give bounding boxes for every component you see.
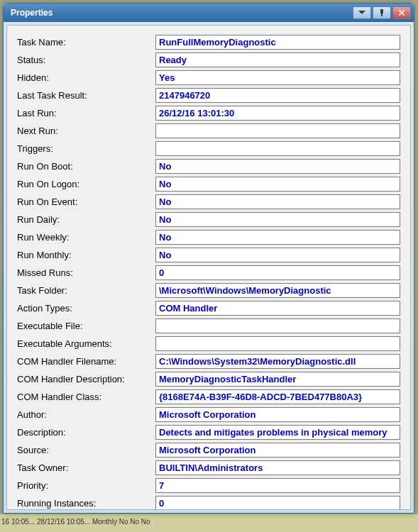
property-label: Author: [17,409,155,420]
property-label: COM Handler Filename: [17,356,155,367]
property-label: Run On Logon: [17,179,155,189]
minimize-button[interactable] [353,6,371,19]
property-value[interactable]: Detects and mitigates problems in physic… [155,425,400,440]
property-row: Priority:7 [17,477,400,493]
property-label: Run On Boot: [17,161,155,172]
property-label: Run Daily: [17,214,155,225]
property-row: COM Handler Filename:C:\Windows\System32… [17,353,400,369]
svg-rect-1 [381,13,383,16]
property-row: Description:Detects and mitigates proble… [17,424,400,440]
property-value[interactable]: {8168E74A-B39F-46D8-ADCD-7BED477B80A3} [155,389,400,404]
property-label: Task Folder: [17,285,155,296]
property-label: Running Instances: [17,498,155,509]
property-label: Priority: [17,480,155,491]
property-label: Run On Event: [17,196,155,207]
titlebar[interactable]: Properties [4,4,414,22]
property-row: Triggers: [17,140,400,156]
property-label: Run Monthly: [17,250,155,260]
property-value[interactable]: 26/12/16 13:01:30 [155,106,400,121]
property-value[interactable]: C:\Windows\System32\MemoryDiagnostic.dll [155,354,400,369]
property-row: Run On Logon:No [17,176,400,192]
property-label: COM Handler Description: [17,374,155,384]
property-label: Triggers: [17,143,155,154]
close-button[interactable] [392,6,411,19]
property-value[interactable] [155,318,400,333]
property-row: Action Types:COM Handler [17,300,400,316]
background-grid: 16 10:05... 28/12/16 10:05... Monthly No… [0,514,418,532]
properties-window: Properties Task Name:RunFullMemoryDiagno… [3,3,414,514]
property-value[interactable]: No [155,230,400,245]
property-row: Status:Ready [17,52,400,67]
property-row: Author:Microsoft Corporation [17,406,400,422]
window-title: Properties [11,8,353,18]
property-row: Task Owner:BUILTIN\Administrators [17,460,400,475]
property-label: Next Run: [17,126,155,136]
property-row: Run On Boot:No [17,158,400,174]
property-label: Hidden: [17,72,155,83]
property-row: Task Name:RunFullMemoryDiagnostic [17,34,400,50]
property-label: Task Name: [17,37,155,48]
property-value[interactable]: MemoryDiagnosticTaskHandler [155,372,400,387]
property-row: Last Task Result:2147946720 [17,87,400,103]
property-value[interactable]: No [155,248,400,262]
property-row: Run On Event:No [17,194,400,209]
property-label: Task Owner: [17,462,155,473]
property-row: COM Handler Class:{8168E74A-B39F-46D8-AD… [17,389,400,404]
property-row: Run Daily:No [17,211,400,227]
property-value[interactable]: BUILTIN\Administrators [155,460,400,475]
property-value[interactable]: COM Handler [155,301,400,316]
property-row: Task Folder:\Microsoft\Windows\MemoryDia… [17,282,400,298]
property-row: Running Instances:0 [17,495,400,510]
property-value[interactable]: No [155,177,400,192]
property-row: Run Weekly:No [17,229,400,245]
pin-button[interactable] [373,6,391,19]
property-value[interactable]: 2147946720 [155,88,400,103]
property-row: Executable Arguments: [17,336,400,351]
property-value[interactable]: 7 [155,478,400,493]
property-value[interactable] [155,123,400,138]
property-value[interactable]: No [155,159,400,174]
property-value[interactable]: Microsoft Corporation [155,407,400,422]
property-row: Source:Microsoft Corporation [17,442,400,458]
property-label: COM Handler Class: [17,392,155,402]
property-row: COM Handler Description:MemoryDiagnostic… [17,371,400,387]
property-value[interactable]: \Microsoft\Windows\MemoryDiagnostic [155,283,400,298]
property-value[interactable]: Microsoft Corporation [155,443,400,458]
property-value[interactable] [155,141,400,156]
property-value[interactable]: No [155,212,400,227]
property-row: Next Run: [17,123,400,138]
property-value[interactable]: RunFullMemoryDiagnostic [155,35,400,50]
titlebar-buttons [353,6,411,19]
property-label: Missed Runs: [17,267,155,278]
property-value[interactable]: No [155,194,400,209]
property-label: Executable File: [17,321,155,331]
property-label: Description: [17,427,155,438]
property-row: Hidden:Yes [17,70,400,85]
property-label: Last Task Result: [17,90,155,101]
content-panel: Task Name:RunFullMemoryDiagnosticStatus:… [6,25,411,510]
property-row: Executable File: [17,318,400,333]
property-label: Last Run: [17,108,155,118]
property-label: Source: [17,445,155,455]
property-label: Status: [17,55,155,65]
property-row: Run Monthly:No [17,247,400,262]
property-row: Missed Runs:0 [17,265,400,280]
property-value[interactable]: 0 [155,265,400,280]
property-label: Action Types: [17,303,155,314]
property-value[interactable]: 0 [155,496,400,511]
property-label: Run Weekly: [17,232,155,243]
property-label: Executable Arguments: [17,338,155,349]
property-row: Last Run:26/12/16 13:01:30 [17,105,400,121]
svg-rect-0 [380,9,383,13]
property-value[interactable]: Yes [155,70,400,85]
property-value[interactable] [155,336,400,351]
property-value[interactable]: Ready [155,52,400,67]
fields-container: Task Name:RunFullMemoryDiagnosticStatus:… [17,34,400,510]
